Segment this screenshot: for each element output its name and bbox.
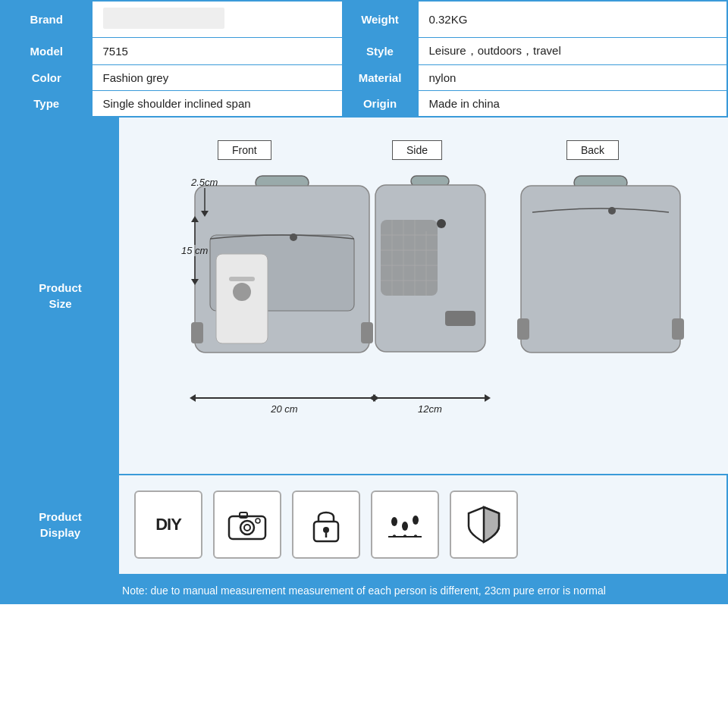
- product-size-section: Product Size Front Side Back: [0, 118, 728, 475]
- svg-point-41: [244, 525, 250, 531]
- spec-row-brand: Brand Weight 0.32KG: [1, 1, 727, 38]
- lock-icon: [292, 490, 360, 559]
- back-label: Back: [566, 140, 619, 166]
- svg-point-49: [413, 516, 419, 525]
- svg-rect-27: [517, 318, 529, 340]
- display-section-label: Product Display: [2, 475, 119, 574]
- spec-row-color: Color Fashion grey Material nylon: [1, 65, 727, 91]
- svg-point-48: [402, 522, 408, 531]
- diy-icon: DIY: [134, 490, 202, 559]
- product-display-section: Product Display DIY: [0, 475, 728, 575]
- svg-point-43: [256, 519, 260, 523]
- weight-value: 0.32KG: [418, 1, 727, 38]
- type-value: Single shoulder inclined span: [92, 91, 342, 118]
- svg-marker-31: [191, 216, 199, 222]
- svg-marker-35: [190, 394, 196, 402]
- dim-bottom1: 20 cm: [190, 394, 379, 415]
- bag-side-image: [369, 174, 491, 381]
- front-label: Front: [218, 140, 271, 166]
- svg-point-4: [233, 283, 251, 301]
- style-value: Leisure，outdoors，travel: [418, 38, 727, 65]
- material-value: nylon: [418, 65, 727, 91]
- weight-label: Weight: [342, 1, 418, 38]
- model-label: Model: [1, 38, 92, 65]
- size-content: Front Side Back: [119, 118, 728, 474]
- color-label: Color: [1, 65, 92, 91]
- spec-row-model: Model 7515 Style Leisure，outdoors，travel: [1, 38, 727, 65]
- svg-marker-37: [369, 394, 375, 402]
- display-icons-container: DIY: [134, 490, 711, 559]
- svg-point-40: [240, 521, 254, 534]
- camera-icon: [213, 490, 281, 559]
- water-drop-icon: [371, 490, 439, 559]
- footer-note: Note: due to manual measurement measurem…: [0, 575, 728, 604]
- svg-rect-5: [229, 277, 255, 281]
- brand-label: Brand: [1, 1, 92, 38]
- spec-row-type: Type Single shoulder inclined span Origi…: [1, 91, 727, 118]
- specs-table: Brand Weight 0.32KG Model 7515 Style Lei…: [0, 0, 728, 118]
- svg-rect-23: [445, 311, 475, 326]
- svg-point-22: [437, 219, 446, 228]
- color-value: Fashion grey: [92, 65, 342, 91]
- dim-bottom2: 12cm: [369, 394, 491, 415]
- origin-label: Origin: [342, 91, 418, 118]
- svg-rect-6: [191, 322, 203, 343]
- side-label: Side: [392, 140, 442, 166]
- style-label: Style: [342, 38, 418, 65]
- material-label: Material: [342, 65, 418, 91]
- svg-marker-34: [191, 279, 199, 285]
- type-label: Type: [1, 91, 92, 118]
- svg-point-45: [323, 527, 329, 533]
- svg-marker-38: [485, 394, 491, 402]
- dim-top: 2.5cm: [191, 177, 218, 217]
- model-value: 7515: [92, 38, 342, 65]
- svg-point-8: [290, 233, 297, 241]
- origin-value: Made in china: [418, 91, 727, 118]
- brand-value: [92, 1, 342, 38]
- svg-rect-13: [381, 220, 438, 296]
- shield-protect-icon: [450, 490, 518, 559]
- size-diagram: Front Side Back: [134, 133, 728, 459]
- bag-back-image: [513, 174, 688, 381]
- dim-left: 15 cm: [181, 216, 208, 285]
- size-section-label: Product Size: [2, 118, 119, 474]
- svg-rect-28: [672, 318, 684, 340]
- svg-point-26: [608, 207, 616, 215]
- svg-point-47: [391, 517, 397, 526]
- display-content: DIY: [119, 475, 726, 574]
